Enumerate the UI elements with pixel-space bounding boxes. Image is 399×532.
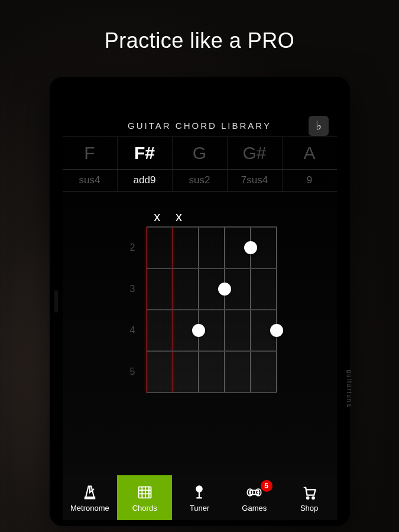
tab-label: Chords <box>132 504 157 512</box>
fret-number-5: 5 <box>130 366 135 377</box>
fret-line-0 <box>147 226 277 228</box>
fret-line-1 <box>147 268 277 269</box>
tab-label: Tuner <box>190 504 209 512</box>
svg-point-7 <box>258 491 259 492</box>
svg-point-2 <box>197 486 202 491</box>
tab-shop[interactable]: Shop <box>282 475 337 520</box>
svg-point-6 <box>249 491 251 492</box>
finger-dot-3 <box>270 324 283 337</box>
quality-sus2[interactable]: sus2 <box>173 170 228 191</box>
tab-label: Games <box>242 504 267 512</box>
tab-chords[interactable]: Chords <box>117 475 172 520</box>
header-title: GUITAR CHORD LIBRARY <box>128 121 271 131</box>
shop-icon <box>300 484 318 501</box>
fret-number-3: 3 <box>130 284 135 294</box>
tuner-icon <box>190 484 208 501</box>
quality-sus4[interactable]: sus4 <box>63 170 118 191</box>
tab-badge: 5 <box>261 480 273 492</box>
fret-line-2 <box>147 309 277 310</box>
note-A[interactable]: A <box>283 137 337 169</box>
chords-icon <box>136 484 154 501</box>
finger-dot-0 <box>244 241 257 254</box>
tab-label: Shop <box>300 504 318 512</box>
string-1-mute: x <box>168 209 190 227</box>
tab-tuner[interactable]: Tuner <box>172 475 227 520</box>
flat-toggle-button[interactable]: ♭ <box>309 116 329 136</box>
svg-point-9 <box>312 497 314 499</box>
svg-rect-0 <box>85 497 95 498</box>
string-4-mute <box>233 209 255 227</box>
metronome-icon <box>81 484 99 501</box>
app-screen: GUITAR CHORD LIBRARY ♭ FF#GG#A sus4add9s… <box>63 112 337 520</box>
header: GUITAR CHORD LIBRARY ♭ <box>63 112 337 137</box>
chord-diagram: xx 2345 <box>123 209 277 392</box>
quality-add9[interactable]: add9 <box>118 170 173 191</box>
tab-metronome[interactable]: Metronome <box>63 475 118 520</box>
finger-dot-2 <box>192 324 205 337</box>
string-5-mute <box>255 209 277 227</box>
fret-line-3 <box>147 351 277 352</box>
fretboard: 2345 <box>147 227 277 392</box>
chord-diagram-area: xx 2345 <box>63 192 337 475</box>
note-G[interactable]: G <box>173 137 228 169</box>
device-brand: guitartuna <box>346 370 353 408</box>
tab-label: Metronome <box>70 504 109 512</box>
finger-dot-1 <box>218 283 231 296</box>
quality-9[interactable]: 9 <box>283 170 337 191</box>
fret-number-4: 4 <box>130 325 135 336</box>
string-0-mute: x <box>147 209 168 227</box>
fret-line-4 <box>147 392 277 393</box>
string-2-mute <box>190 209 212 227</box>
string-3-mute <box>212 209 233 227</box>
note-Fsharp[interactable]: F# <box>118 137 173 169</box>
note-F[interactable]: F <box>63 137 118 169</box>
fret-number-2: 2 <box>130 242 135 253</box>
quality-picker: sus4add9sus27sus49 <box>63 170 337 192</box>
tab-games[interactable]: Games5 <box>227 475 282 520</box>
svg-point-8 <box>307 497 309 499</box>
quality-7sus4[interactable]: 7sus4 <box>228 170 283 191</box>
bottom-tabbar: MetronomeChordsTunerGames5Shop <box>63 475 337 520</box>
note-picker: FF#GG#A <box>63 137 337 170</box>
mute-row: xx <box>147 209 277 227</box>
tablet-frame: guitartuna GUITAR CHORD LIBRARY ♭ FF#GG#… <box>50 77 350 526</box>
page-headline: Practice like a PRO <box>105 28 295 53</box>
note-Gsharp[interactable]: G# <box>228 137 283 169</box>
svg-rect-5 <box>250 490 258 494</box>
flat-icon: ♭ <box>316 118 322 134</box>
